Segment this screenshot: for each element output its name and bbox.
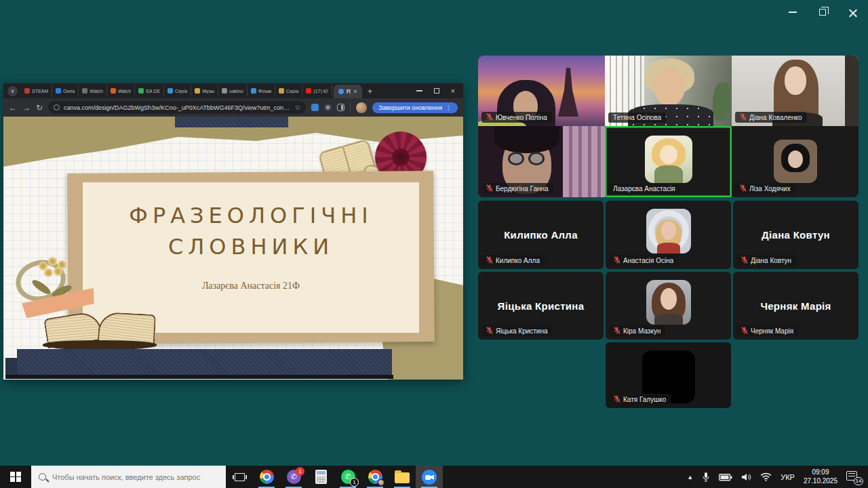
participant-name-badge: Кіра Мазкун <box>609 325 665 336</box>
participant-tile[interactable]: Яіцька Кристина Яіцька Кристина <box>478 272 604 340</box>
wifi-icon[interactable] <box>760 472 772 481</box>
participant-tile[interactable]: Килипко Алла Килипко Алла <box>478 201 604 269</box>
tray-expand-chevron-icon[interactable]: ▲ <box>687 474 693 481</box>
close-icon[interactable]: × <box>451 87 455 95</box>
browser-tab[interactable]: (17) Ю <box>302 85 332 97</box>
search-input[interactable] <box>52 473 218 481</box>
site-info-icon[interactable] <box>54 104 60 110</box>
mic-muted-icon <box>740 113 747 121</box>
tab-label: Онла <box>63 89 75 94</box>
tab-favicon <box>56 88 61 94</box>
participant-name: Діана Коваленко <box>749 114 802 121</box>
battery-icon[interactable] <box>719 473 732 481</box>
dried-flower-decoration <box>48 257 57 266</box>
participant-tile[interactable]: Тетяна Осіпова <box>605 56 732 126</box>
active-speaker-tile[interactable]: Лазарєва Анастасія <box>605 126 732 197</box>
participant-name-badge: Черняк Марія <box>736 325 798 336</box>
mic-muted-icon <box>486 113 493 121</box>
taskbar-app-calculator[interactable] <box>307 466 334 488</box>
update-chrome-button[interactable]: Завершити оновлення ⋮ <box>372 102 458 113</box>
browser-tab[interactable]: Watch <box>79 85 107 97</box>
start-button[interactable] <box>0 466 31 488</box>
clock[interactable]: 09:09 27.10.2025 <box>804 468 837 485</box>
participant-name-badge: Катя Галушко <box>609 394 671 405</box>
browser-tab[interactable]: Серіа <box>164 85 191 97</box>
task-view-icon <box>235 473 245 481</box>
participant-name-badge: Тетяна Осіпова <box>608 113 666 123</box>
browser-tab[interactable]: Музы <box>191 85 218 97</box>
close-button[interactable] <box>842 4 863 20</box>
participant-tile[interactable]: Діана Коваленко <box>732 56 859 126</box>
taskbar-app-zoom[interactable] <box>416 466 443 488</box>
participant-tile[interactable]: Бердюгіна Ганна <box>478 126 605 197</box>
profile-avatar[interactable] <box>356 102 367 113</box>
browser-tab[interactable]: Онла <box>52 85 79 97</box>
zoom-participant-grid: Ювченко Поліна Тетяна Осіпова Діана Кова… <box>478 56 859 409</box>
participant-name-badge: Лазарєва Анастасія <box>608 184 680 194</box>
browser-tab[interactable]: uakino <box>218 85 248 97</box>
taskbar-app-explorer[interactable] <box>389 466 416 488</box>
notification-badge: 1 <box>350 478 359 487</box>
notification-badge: 1 <box>296 467 304 476</box>
side-panel-icon[interactable] <box>337 104 344 111</box>
participant-tile[interactable]: Кіра Мазкун <box>606 272 731 340</box>
slide-title-line2: СЛОВНИКИ <box>83 231 419 262</box>
extension-icon[interactable] <box>324 104 332 111</box>
avatar <box>774 140 817 183</box>
microphone-icon[interactable] <box>702 472 710 483</box>
participant-name: Лазарєва Анастасія <box>613 185 675 192</box>
taskbar-search[interactable] <box>31 466 226 488</box>
participant-name: Ювченко Поліна <box>496 114 547 121</box>
extension-icon[interactable] <box>311 104 319 111</box>
browser-tab[interactable]: EA DE <box>135 85 164 97</box>
taskbar-app-chrome-profile[interactable] <box>361 466 389 488</box>
taskbar-app-chrome[interactable] <box>253 466 280 488</box>
speaker-icon[interactable] <box>741 472 751 482</box>
participant-tile[interactable]: Катя Галушко <box>606 342 731 408</box>
dried-flower-decoration <box>54 267 62 276</box>
avatar <box>646 209 691 253</box>
participant-name: Діана Ковтун <box>751 257 791 264</box>
taskbar-app-viber[interactable]: ✆1 <box>280 466 307 488</box>
browser-tab[interactable]: Серіа <box>275 85 302 97</box>
participant-name-badge: Діана Коваленко <box>735 112 807 123</box>
mic-muted-icon <box>741 256 748 264</box>
participant-name-badge: Килипко Алла <box>481 255 545 266</box>
participant-tile[interactable]: Анастасія Осіна <box>606 201 731 269</box>
language-indicator[interactable]: УКР <box>781 473 795 481</box>
task-view-button[interactable] <box>226 466 253 488</box>
new-tab-button[interactable]: + <box>368 86 373 96</box>
taskbar-app-whatsapp[interactable]: ✆1 <box>334 466 361 488</box>
reload-icon[interactable]: ↻ <box>36 103 43 113</box>
back-icon[interactable]: ← <box>9 103 17 113</box>
book-cover-decoration <box>43 340 157 350</box>
forward-icon[interactable]: → <box>22 103 31 113</box>
minimize-button[interactable] <box>783 4 803 20</box>
restore-button[interactable] <box>812 4 833 20</box>
dried-flower-decoration <box>44 268 53 277</box>
browser-tab[interactable]: Watch <box>107 85 136 97</box>
tray-date: 27.10.2025 <box>804 477 837 486</box>
bookmark-star-icon[interactable]: ☆ <box>294 104 300 111</box>
participant-tile[interactable]: Черняк Марія Черняк Марія <box>733 272 859 340</box>
minimize-icon[interactable] <box>416 90 422 92</box>
address-bar[interactable]: canva.com/design/DAG2bWgSh3w/KCno-_uP0Xc… <box>48 101 306 114</box>
participant-name: Кіра Мазкун <box>623 327 660 335</box>
toolbar-divider <box>350 103 351 113</box>
minimize-icon <box>789 12 797 13</box>
tab-search-chevron-icon[interactable]: ∨ <box>7 86 18 96</box>
maximize-icon[interactable] <box>434 88 439 94</box>
tab-label: STEAM <box>32 89 48 94</box>
browser-tab[interactable]: STEAM <box>21 85 52 97</box>
action-center-button[interactable]: 14 <box>846 471 860 483</box>
search-icon <box>39 473 46 481</box>
browser-tab[interactable]: Фільм <box>248 85 275 97</box>
active-tab[interactable]: R × <box>334 85 362 98</box>
file-explorer-icon <box>395 472 410 483</box>
menu-dots-icon[interactable]: ⋮ <box>446 104 452 111</box>
participant-tile[interactable]: Ліза Ходячих <box>732 126 859 197</box>
participant-tile[interactable]: Діана Ковтун Діана Ковтун <box>733 201 859 269</box>
tab-close-icon[interactable]: × <box>353 88 357 95</box>
slide-shadow <box>5 375 393 379</box>
participant-tile[interactable]: Ювченко Поліна <box>478 56 605 126</box>
